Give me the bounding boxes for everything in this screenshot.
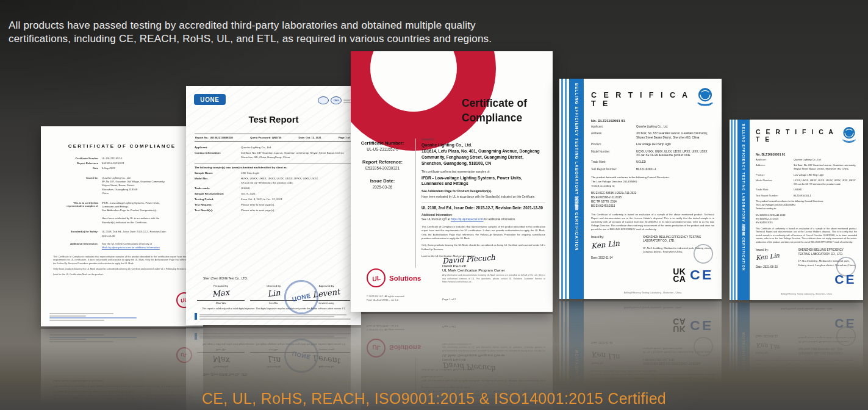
field-label: Standard(s) for Safety:	[49, 230, 102, 238]
field-row: Test Result(s):Please refer to next page…	[195, 209, 353, 213]
report-date: Date: Oct. 12, 2021	[299, 136, 321, 139]
company-stamp-icon	[692, 242, 716, 265]
certificate-ul-compliance-small: CERTIFICATE OF COMPLIANCE Certificate Nu…	[41, 126, 203, 326]
field-value: 3rd floor, No. 637 Guantian Laocun ,Guan…	[636, 132, 714, 140]
certificate-body-text: Only those products bearing the UL Mark …	[53, 268, 191, 272]
signature-block: David Piecuch David Piecuch UL Mark Cert…	[442, 253, 545, 286]
field-value: Quanhe Lighting Co., Ltd.	[794, 158, 857, 162]
field-label: Certificate Number	[49, 157, 102, 160]
field-row: Testing Period:From Oct. 8, 2021 to Oct.…	[195, 198, 353, 202]
field-value: UGLED	[241, 187, 353, 191]
field-label: Test Report Number:	[756, 194, 794, 198]
field-row: Product:Low voltage LED Strip Light	[591, 143, 714, 147]
signer-title: UL Mark Certification Program Owner	[442, 268, 545, 272]
field-value: LED Strip Light	[241, 171, 353, 176]
ukca-mark: UKCA	[673, 268, 686, 283]
ul-solutions-logo: UL Solutions	[367, 268, 421, 287]
field-label: Test Request:	[195, 203, 241, 207]
product-iq-link-text: https://iq.ulprospector.com	[451, 218, 484, 221]
field-row: Sample Name:LED Strip Light	[195, 171, 353, 176]
field-label: Address:	[756, 164, 794, 171]
issue-date: Date: 2022-11-14	[591, 256, 620, 259]
signature-ken-lin: Ken Lin	[756, 252, 780, 261]
report-number: Report No.: U01062211969822E	[195, 136, 233, 139]
side-band-text: BELLING EFFICIENCY TESTING LABORATORY 認證…	[569, 83, 584, 297]
belling-globe-icon	[696, 87, 714, 106]
field-value: HVXX, UGXX, UHXX, UNXX, ULXX, UDXX, UPXX…	[241, 177, 353, 185]
field-row: This is to certify that representative s…	[49, 201, 195, 213]
issuer-block: SHENZHEN BELLING EFFICIENCY TESTING LABO…	[798, 248, 857, 268]
certificate-footer: Belling Efficiency Testing Laboratory - …	[584, 292, 722, 294]
certificate-footer: Belling Efficiency Testing Laboratory - …	[750, 293, 863, 295]
certificate-ul-compliance-large: Certificate ofCompliance Certificate Num…	[351, 51, 553, 312]
field-label: Issued to:	[49, 176, 102, 195]
field-row: Test Request:Please refer to next page(s…	[195, 203, 353, 207]
field-value: See the UL Online Certifications Directo…	[102, 242, 195, 250]
field-row: Applicant:Quanhe Lighting Co., Ltd.	[195, 146, 353, 150]
product-description: IFDR - Low-voltage Lighting Systems, Pow…	[421, 176, 545, 187]
field-label: Sample Name:	[195, 171, 241, 176]
directives-statement: The product herewith conforms to the fol…	[591, 176, 714, 188]
certificate-body-text: Look for the UL Certification Mark on th…	[53, 273, 191, 277]
certification-side-band: BELLING EFFICIENCY TESTING LABORATORY 認證…	[559, 79, 584, 299]
field-row: Address:3rd floor, No. 637 Guantian Laoc…	[756, 164, 857, 171]
field-label: Sample Received Date:	[195, 192, 241, 196]
field-value: Please refer to next page(s).	[241, 203, 353, 207]
issued-to-label: Issued to:	[421, 137, 545, 141]
field-value: E533354-20230321	[102, 162, 195, 165]
cert5-title: C E R T I F I C A T E	[756, 128, 841, 143]
field-value: 3rd floor, No. 637 Guantian Laocun, Guan…	[241, 151, 353, 159]
field-label: Product:	[591, 143, 636, 147]
certificate-main-column: Issued to: Quanhe Lighting Co., Ltd. 1B1…	[421, 137, 545, 261]
certificate-uone-test-report: UONE CNAS Test Report Report No.: U01062…	[186, 86, 361, 325]
field-value: Have been evaluated by UL in accordance …	[102, 217, 195, 225]
directory-link-text: Mark.liq.ulprospector.com for additional…	[102, 246, 160, 249]
field-value: 2025-03-26	[352, 185, 413, 189]
vertical-divider	[415, 138, 416, 268]
addendum-note: See Addendum Page for Product Designatio…	[421, 189, 545, 193]
field-row: Date6-Sep-2023	[49, 167, 195, 170]
issued-to-value: Quanhe Lighting Co., Ltd. 1B1614, Lefu P…	[421, 142, 545, 166]
certification-side-band: BELLING EFFICIENCY TESTING LABORATORY 認證…	[730, 120, 750, 300]
confirm-statement: This certificate confirms that represent…	[421, 170, 545, 173]
page-indicator: Page 1 of 2	[442, 298, 456, 301]
field-row: Test Report Number:BLZ10910001-1	[756, 194, 857, 198]
directives-statement: The product herewith conforms to the fol…	[756, 200, 857, 210]
field-label: Testing Period:	[195, 198, 241, 202]
field-label: Issue Date:	[352, 178, 413, 184]
certificate-body-text: This Certificate of Compliance indicates…	[421, 225, 545, 240]
field-label: Date	[49, 167, 102, 170]
report-footer	[195, 313, 353, 320]
field-row: Sample Received Date:Oct. 8, 2021	[195, 192, 353, 196]
field-row: Trade Mark:UGLED	[756, 188, 857, 192]
ce-mark: CE	[690, 267, 714, 283]
validity-note: This report is valid only with a valid d…	[195, 308, 353, 310]
field-value: E533354-20230321	[352, 166, 413, 170]
field-label: Test Result(s):	[195, 209, 241, 213]
field-value: From Oct. 8, 2021 to Oct. 12, 2021	[241, 198, 353, 202]
field-row: Product:Low voltage LED Strip Light	[756, 173, 857, 177]
field-row: Contact information:3rd floor, No. 637 G…	[195, 151, 353, 159]
field-row: Model No.:HVXX, UGXX, UHXX, UNXX, ULXX, …	[195, 177, 353, 185]
field-label: This is to certify that representative s…	[49, 201, 102, 213]
field-label: Product:	[756, 173, 794, 177]
field-value: 6-Sep-2023	[102, 167, 195, 170]
additional-info: Additional Information: See UL Product i…	[421, 214, 545, 222]
field-row: Additional Information:See the UL Online…	[49, 242, 195, 250]
certified-caption: CE, UL, RoHS, REACH, ISO9001:2015 & ISO1…	[0, 390, 868, 408]
field-value: BLZ21102001-1	[636, 168, 714, 172]
issue-block: Issued by: Ken Lin Date: 2022-11-14	[591, 236, 620, 259]
cert2-title: Test Report	[195, 114, 353, 124]
field-row: Model Number:UCXX, UHXX, UNXX, ULXX, UDX…	[756, 179, 857, 186]
signature-ken-lin: Ken Lin	[590, 239, 620, 250]
micro-text-lines	[49, 312, 141, 321]
accreditation-logos: CNAS	[318, 96, 353, 104]
field-row: Standard(s) for Safety:UL 2108, 2nd Ed.,…	[49, 230, 195, 238]
conformity-marks: CE	[835, 273, 856, 287]
certificate-belling-ce: BELLING EFFICIENCY TESTING LABORATORY 認證…	[730, 120, 863, 300]
certificate-body-text: This Certificate of conformity is based …	[756, 228, 857, 244]
signature-row: Prepared by Max Max Wu Checked by Lin Li…	[195, 284, 353, 305]
cert3-title: Certificate ofCompliance	[462, 96, 527, 126]
field-label: Additional Information:	[49, 242, 102, 250]
conformity-marks: UKCA CE	[673, 267, 713, 283]
